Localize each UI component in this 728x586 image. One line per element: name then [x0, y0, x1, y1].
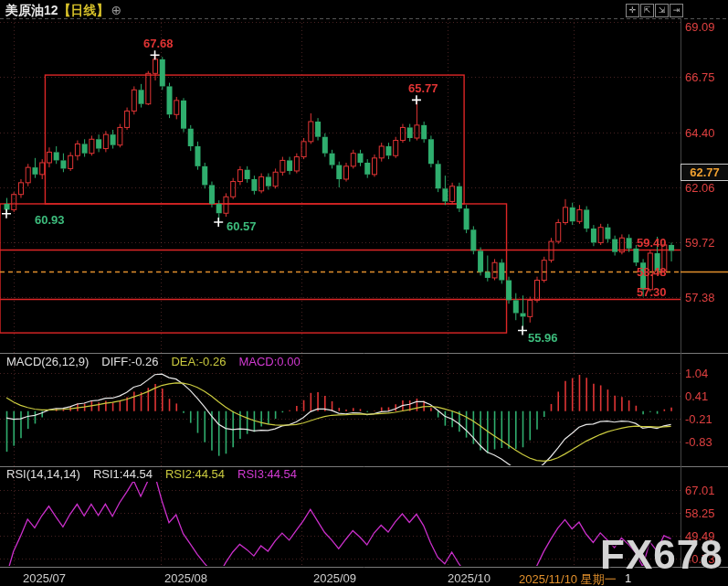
swing-high-label: 65.77 — [408, 81, 438, 95]
rsi-header: RSI(14,14,14) RSI1:44.54 RSI2:44.54 RSI3… — [6, 467, 297, 481]
swing-low-label: 60.93 — [35, 213, 65, 227]
price-chart-canvas[interactable] — [0, 0, 728, 586]
collapse-icon[interactable]: ⊕ — [111, 3, 122, 17]
axis-scale-left-icon[interactable]: ⇱ — [640, 4, 654, 17]
rsi3-value: RSI3:44.54 — [237, 467, 297, 481]
move-icon[interactable]: ✛ — [626, 4, 639, 17]
title-bar: 美原油12【日线】⊕ — [5, 3, 121, 19]
hline-label[interactable]: 57.30 — [637, 285, 667, 299]
macd-header: MACD(26,12,9) DIFF:-0.26 DEA:-0.26 MACD:… — [6, 355, 301, 368]
macd-macd-value: MACD:0.00 — [238, 355, 300, 368]
chart-app: 美原油12【日线】⊕ ✛ ⇱ ⇲ ⇥ 69.09 66.75 64.40 62.… — [0, 0, 728, 586]
rsi2-value: RSI2:44.54 — [165, 467, 225, 481]
hline-label[interactable]: 58.48 — [637, 265, 667, 279]
macd-axis-label: -0.83 — [685, 435, 712, 449]
period-label: 【日线】 — [58, 3, 110, 17]
y-axis-label: 69.09 — [685, 20, 715, 34]
axis-scale-right-icon[interactable]: ⇲ — [655, 4, 669, 17]
macd-params: MACD(26,12,9) — [6, 355, 89, 368]
y-axis-label: 66.75 — [685, 70, 715, 84]
fx678-watermark: FX678 — [600, 532, 723, 578]
hline-label[interactable]: 59.40 — [637, 236, 667, 250]
rsi1-value: RSI1:44.54 — [93, 467, 153, 481]
rsi-axis-label: 58.25 — [685, 506, 715, 520]
y-axis-label: 62.06 — [685, 181, 715, 195]
rsi-axis-label: 67.01 — [685, 484, 715, 497]
rsi-params: RSI(14,14,14) — [6, 467, 80, 481]
x-axis-label: 2025/10 — [448, 571, 491, 585]
y-axis-label: 64.40 — [685, 126, 715, 140]
instrument-title: 美原油12 — [5, 3, 58, 17]
x-axis-label: 2025/09 — [313, 571, 356, 585]
swing-low-label: 55.96 — [528, 331, 558, 345]
y-axis-label: 59.72 — [685, 236, 715, 250]
swing-low-label: 60.57 — [227, 219, 257, 233]
macd-diff-value: DIFF:-0.26 — [101, 355, 158, 368]
x-axis-label: 2025/08 — [164, 571, 207, 585]
x-axis-label: 2025/07 — [23, 571, 66, 585]
exit-panel-icon[interactable]: ⇥ — [670, 4, 683, 17]
swing-high-label: 67.68 — [143, 37, 174, 50]
crosshair-price-tag: 62.77 — [681, 164, 728, 181]
macd-axis-label: 0.41 — [685, 389, 708, 403]
y-axis-label: 57.38 — [685, 291, 715, 304]
macd-axis-label: 1.04 — [685, 367, 708, 380]
macd-dea-value: DEA:-0.26 — [171, 355, 226, 368]
macd-axis-label: -0.21 — [685, 412, 712, 426]
